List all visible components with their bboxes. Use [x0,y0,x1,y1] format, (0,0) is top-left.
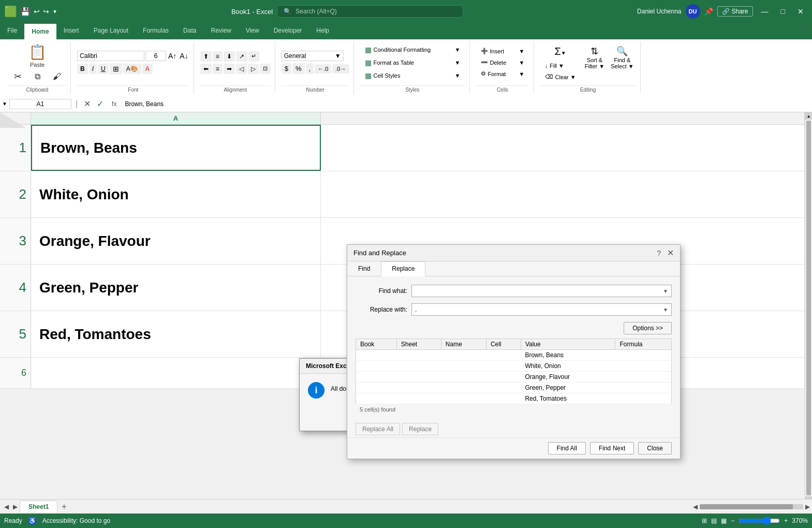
undo-btn[interactable]: ↩ [34,7,40,16]
clear-btn[interactable]: ⌫ Clear ▼ [540,72,581,82]
angle-text-btn[interactable]: ↗ [236,51,247,62]
find-dropdown-icon[interactable]: ▼ [663,288,668,294]
confirm-formula-btn[interactable]: ✓ [95,99,106,109]
customize-qat-btn[interactable]: ▼ [52,9,57,14]
redo-btn[interactable]: ↪ [43,7,49,16]
tab-insert[interactable]: Insert [56,23,86,39]
page-break-view-btn[interactable]: ▦ [721,517,727,524]
scroll-up-btn[interactable]: ▲ [805,112,812,120]
border-btn[interactable]: ⊞ [110,63,122,75]
tab-file[interactable]: File [0,23,24,39]
close-dialog-btn[interactable]: Close [638,442,672,454]
bold-btn[interactable]: B [77,64,88,74]
list-item[interactable]: Orange, Flavour [356,372,672,383]
copy-btn[interactable]: ⧉ [28,70,47,83]
align-right-btn[interactable]: ➡ [224,64,235,74]
conditional-formatting-btn[interactable]: ▦ Conditional Formatting ▼ [360,44,465,55]
ribbon-pin-icon[interactable]: 📌 [704,7,713,16]
dialog-help-btn[interactable]: ? [657,249,661,257]
insert-cells-btn[interactable]: ➕ Insert ▼ [476,46,529,56]
cell-a4[interactable]: Green, Pepper [31,265,321,311]
decrease-font-btn[interactable]: A↓ [179,51,189,61]
normal-view-btn[interactable]: ⊞ [702,517,707,524]
align-top-btn[interactable]: ⬆ [200,51,212,62]
cell-a3[interactable]: Orange, Flavour [31,218,321,264]
vertical-scrollbar[interactable]: ▲ ▼ [805,112,812,504]
tab-replace[interactable]: Replace [381,261,425,276]
tab-data[interactable]: Data [176,23,203,39]
search-box[interactable]: 🔍 Search (Alt+Q) [277,5,463,18]
format-as-table-btn[interactable]: ▦ Format as Table ▼ [360,57,465,68]
add-sheet-btn[interactable]: + [57,501,70,512]
increase-font-btn[interactable]: A↑ [167,51,178,61]
insert-function-btn[interactable]: fx [108,100,121,108]
share-btn[interactable]: 🔗 Share [717,6,753,17]
cell-b2[interactable] [321,171,805,217]
replace-btn[interactable]: Replace [402,423,438,435]
list-item[interactable]: White, Onion [356,361,672,372]
tab-page-layout[interactable]: Page Layout [86,23,136,39]
maximize-btn[interactable]: □ [777,6,789,17]
currency-btn[interactable]: $ [282,63,291,74]
wrap-text-btn[interactable]: ↵ [248,51,259,62]
decrease-decimal-btn[interactable]: ←.0 [315,64,331,74]
underline-btn[interactable]: U [98,64,109,74]
cell-a2[interactable]: White, Onion [31,171,321,217]
find-next-btn[interactable]: Find Next [590,442,634,454]
tab-view[interactable]: View [239,23,267,39]
cell-a6[interactable] [31,358,321,388]
replace-all-btn[interactable]: Replace All [356,423,400,435]
italic-btn[interactable]: I [89,64,97,74]
delete-cells-btn[interactable]: ➖ Delete ▼ [476,57,529,67]
number-format-select[interactable]: General ▼ [282,51,344,61]
align-center-btn[interactable]: ≡ [213,64,223,74]
list-item[interactable]: Green, Pepper [356,383,672,393]
zoom-in-btn[interactable]: + [784,517,788,524]
dialog-close-btn[interactable]: ✕ [667,248,674,258]
tab-home[interactable]: Home [24,23,56,39]
sum-btn[interactable]: Σ▼ [540,43,581,60]
replace-dropdown-icon[interactable]: ▼ [663,307,668,313]
cell-b1[interactable] [321,125,805,171]
tab-formulas[interactable]: Formulas [136,23,176,39]
fill-btn[interactable]: ↓ Fill ▼ [540,61,581,70]
cell-a5[interactable]: Red, Tomantoes [31,311,321,357]
options-btn[interactable]: Options >> [624,322,672,334]
minimize-btn[interactable]: — [757,6,773,17]
page-layout-view-btn[interactable]: ▤ [711,517,717,524]
comma-btn[interactable]: , [306,63,314,74]
font-name-input[interactable] [77,51,144,61]
fill-color-btn[interactable]: A🎨 [123,64,141,74]
percent-btn[interactable]: % [292,63,305,74]
cancel-formula-btn[interactable]: ✕ [82,99,93,109]
close-btn[interactable]: ✕ [793,6,808,17]
cell-styles-btn[interactable]: ▦ Cell Styles ▼ [360,70,465,81]
paste-btn[interactable]: 📋 Paste [8,41,66,70]
tab-developer[interactable]: Developer [267,23,309,39]
font-size-input[interactable] [145,51,166,61]
find-select-btn[interactable]: 🔍 Find & Select ▼ [609,43,636,71]
tab-find[interactable]: Find [347,261,381,276]
find-all-btn[interactable]: Find All [548,442,586,454]
increase-decimal-btn[interactable]: .0→ [332,64,349,74]
sort-filter-btn[interactable]: ⇅ Sort & Filter ▼ [583,43,607,71]
horizontal-scrollbar[interactable] [700,504,803,509]
hscroll-left-btn[interactable]: ◀ [693,503,698,510]
tab-review[interactable]: Review [203,23,238,39]
font-color-btn[interactable]: A [142,64,153,74]
col-header-a[interactable]: A [31,112,321,124]
increase-indent-btn[interactable]: ▷ [248,64,259,74]
formula-input[interactable] [123,99,810,109]
ribbon-collapse-btn[interactable]: ∧ [803,25,808,32]
hscroll-right-btn[interactable]: ▶ [805,503,810,510]
replace-with-input[interactable]: . ▼ [411,303,672,316]
name-box[interactable] [9,99,71,109]
format-painter-btn[interactable]: 🖌 [48,70,66,83]
format-cells-btn[interactable]: ⚙ Format ▼ [476,69,529,79]
find-what-input[interactable]: ▼ [411,285,672,297]
decrease-indent-btn[interactable]: ◁ [236,64,247,74]
list-item[interactable]: Red, Tomatoes [356,393,672,404]
quick-access-save[interactable]: 💾 [20,7,31,17]
sheet-nav-left[interactable]: ◀ [2,503,11,510]
cut-btn[interactable]: ✂ [8,70,27,83]
